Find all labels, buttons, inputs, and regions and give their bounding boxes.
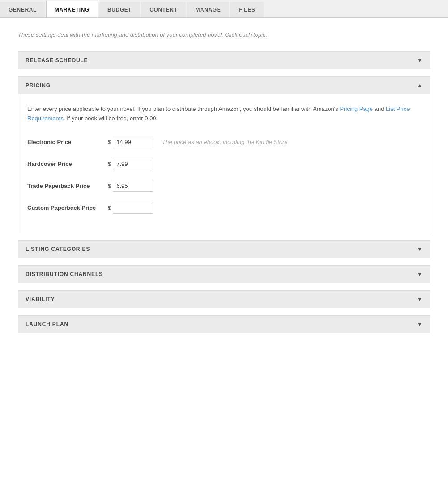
price-input-wrap-electronic: $ [108, 136, 153, 148]
pricing-desc-text2: and [373, 106, 386, 112]
accordion-title-viability: VIABILITY [26, 296, 55, 302]
accordion-title-pricing: PRICING [26, 82, 51, 89]
accordion-header-release-schedule[interactable]: RELEASE SCHEDULE ▼ [18, 52, 430, 69]
accordion-launch-plan: LAUNCH PLAN ▼ [18, 315, 430, 333]
accordion-title-distribution-channels: DISTRIBUTION CHANNELS [26, 271, 103, 277]
pricing-desc-text3: . If your book will be free, enter 0.00. [64, 115, 158, 122]
price-label-hardcover: Hardcover Price [27, 161, 108, 167]
accordion-header-pricing[interactable]: PRICING ▲ [18, 77, 430, 94]
tab-files[interactable]: FILES [230, 2, 264, 17]
tab-budget[interactable]: BUDGET [99, 2, 140, 17]
price-input-custom-paperback[interactable] [113, 202, 153, 214]
accordion-title-release-schedule: RELEASE SCHEDULE [26, 57, 88, 64]
accordion-viability: VIABILITY ▼ [18, 290, 430, 308]
accordion-arrow-pricing: ▲ [417, 82, 422, 89]
accordion-listing-categories: LISTING CATEGORIES ▼ [18, 240, 430, 258]
dollar-sign-trade-paperback: $ [108, 182, 111, 189]
accordion-header-distribution-channels[interactable]: DISTRIBUTION CHANNELS ▼ [18, 266, 430, 283]
pricing-link-pricing-page[interactable]: Pricing Page [340, 106, 373, 112]
main-content: These settings deal with the marketing a… [0, 18, 448, 358]
price-label-trade-paperback: Trade Paperback Price [27, 182, 108, 189]
price-input-electronic[interactable] [113, 136, 153, 148]
tab-marketing[interactable]: MARKETING [46, 1, 98, 17]
accordion-content-pricing: Enter every price applicable to your nov… [18, 94, 430, 233]
page-description: These settings deal with the marketing a… [18, 31, 430, 38]
price-row-custom-paperback: Custom Paperback Price $ [27, 202, 421, 214]
price-input-wrap-custom-paperback: $ [108, 202, 153, 214]
price-row-trade-paperback: Trade Paperback Price $ [27, 180, 421, 192]
tab-content[interactable]: CONTENT [141, 2, 186, 17]
price-row-hardcover: Hardcover Price $ [27, 158, 421, 170]
accordion-arrow-listing-categories: ▼ [417, 246, 422, 252]
dollar-sign-electronic: $ [108, 139, 111, 145]
pricing-desc-text1: Enter every price applicable to your nov… [27, 106, 340, 112]
price-input-wrap-hardcover: $ [108, 158, 153, 170]
accordion-title-listing-categories: LISTING CATEGORIES [26, 246, 90, 252]
accordion-distribution-channels: DISTRIBUTION CHANNELS ▼ [18, 265, 430, 283]
dollar-sign-custom-paperback: $ [108, 204, 111, 211]
price-input-wrap-trade-paperback: $ [108, 180, 153, 192]
page-wrapper: GENERAL MARKETING BUDGET CONTENT MANAGE … [0, 0, 448, 479]
pricing-description: Enter every price applicable to your nov… [27, 105, 421, 123]
price-row-electronic: Electronic Price $ The price as an ebook… [27, 136, 421, 148]
price-input-hardcover[interactable] [113, 158, 153, 170]
price-label-electronic: Electronic Price [27, 139, 108, 145]
price-hint-electronic: The price as an ebook, incuding the Kind… [162, 139, 287, 145]
accordion-arrow-launch-plan: ▼ [417, 321, 422, 327]
tab-general[interactable]: GENERAL [0, 2, 45, 17]
accordion-release-schedule: RELEASE SCHEDULE ▼ [18, 51, 430, 69]
accordion-header-listing-categories[interactable]: LISTING CATEGORIES ▼ [18, 241, 430, 258]
accordion-arrow-viability: ▼ [417, 296, 422, 302]
accordion-arrow-distribution-channels: ▼ [417, 271, 422, 277]
accordion-arrow-release-schedule: ▼ [417, 57, 422, 64]
accordion-title-launch-plan: LAUNCH PLAN [26, 321, 68, 327]
tab-manage[interactable]: MANAGE [187, 2, 229, 17]
tabs-bar: GENERAL MARKETING BUDGET CONTENT MANAGE … [0, 0, 448, 18]
dollar-sign-hardcover: $ [108, 161, 111, 167]
accordion-header-launch-plan[interactable]: LAUNCH PLAN ▼ [18, 316, 430, 333]
accordion-pricing: PRICING ▲ Enter every price applicable t… [18, 76, 430, 233]
accordion-header-viability[interactable]: VIABILITY ▼ [18, 291, 430, 308]
price-label-custom-paperback: Custom Paperback Price [27, 204, 108, 211]
price-input-trade-paperback[interactable] [113, 180, 153, 192]
